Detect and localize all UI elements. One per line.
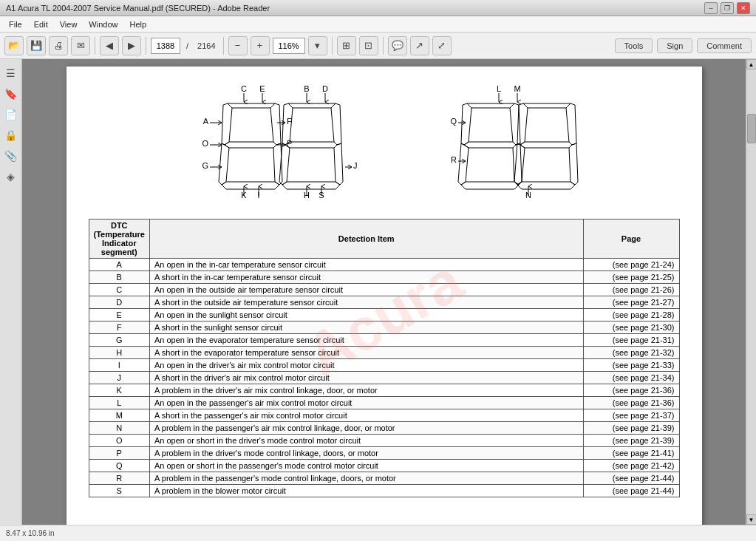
dtc-cell: F xyxy=(89,321,149,334)
detection-cell: An open in the sunlight sensor circuit xyxy=(149,309,583,321)
fullscreen-button[interactable]: ⤢ xyxy=(432,36,452,55)
table-body: AAn open in the in-car temperature senso… xyxy=(89,259,679,497)
menu-help[interactable]: Help xyxy=(123,18,152,30)
zoom-in-button[interactable]: + xyxy=(251,36,270,55)
table-row: QAn open or short in the passenger's mod… xyxy=(89,460,679,472)
col-header-dtc: DTC (Temperature Indicator segment) xyxy=(89,220,149,259)
dtc-cell: J xyxy=(89,372,149,384)
share-button[interactable]: ↗ xyxy=(410,36,429,55)
separator-4 xyxy=(332,37,333,55)
svg-marker-30 xyxy=(270,103,281,145)
separator-5 xyxy=(383,37,384,55)
sidebar-bookmark-icon[interactable]: 🔖 xyxy=(3,86,19,102)
sidebar-pages-icon[interactable]: 📄 xyxy=(3,106,19,123)
page-cell: (see page 21-44) xyxy=(583,485,679,497)
page-cell: (see page 21-44) xyxy=(583,472,679,485)
print-button[interactable]: 🖨 xyxy=(49,36,68,55)
svg-text:B: B xyxy=(304,84,309,93)
svg-marker-40 xyxy=(334,143,343,185)
dtc-cell: S xyxy=(89,485,149,497)
comment-button[interactable]: Comment xyxy=(697,38,752,53)
page-cell: (see page 21-42) xyxy=(583,460,679,472)
svg-text:O: O xyxy=(202,139,208,148)
content-area[interactable]: Acura C E B D A xyxy=(22,59,746,525)
svg-marker-32 xyxy=(219,143,229,185)
dtc-cell: A xyxy=(89,259,149,271)
detection-cell: An open in the driver's air mix control … xyxy=(149,359,583,372)
svg-text:M: M xyxy=(514,84,520,93)
svg-marker-29 xyxy=(222,103,232,145)
sign-button[interactable]: Sign xyxy=(657,38,692,53)
svg-text:R: R xyxy=(451,155,457,164)
svg-text:C: C xyxy=(241,84,247,93)
svg-marker-57 xyxy=(513,143,522,185)
page-cell: (see page 21-25) xyxy=(583,271,679,284)
detection-cell: An open or short in the driver's mode co… xyxy=(149,435,583,447)
svg-marker-41 xyxy=(282,182,340,189)
table-row: EAn open in the sunlight sensor circuit(… xyxy=(89,309,679,321)
dtc-cell: E xyxy=(89,309,149,321)
page-cell: (see page 21-37) xyxy=(583,409,679,422)
scroll-thumb[interactable] xyxy=(747,114,756,143)
close-button[interactable]: ✕ xyxy=(737,2,750,14)
separator-2 xyxy=(146,37,146,55)
table-row: CAn open in the outside air temperature … xyxy=(89,284,679,296)
zoom-dropdown-button[interactable]: ▾ xyxy=(308,36,327,55)
detection-cell: A problem in the blower motor circuit xyxy=(149,485,583,497)
page-cell: (see page 21-36) xyxy=(583,384,679,397)
table-row: OAn open or short in the driver's mode c… xyxy=(89,435,679,447)
scroll-down-button[interactable]: ▼ xyxy=(746,514,757,525)
sidebar-navigation-icon[interactable]: ☰ xyxy=(3,65,19,81)
tools-button[interactable]: Tools xyxy=(615,38,653,53)
fit-width-button[interactable]: ⊡ xyxy=(359,36,378,55)
menu-file[interactable]: File xyxy=(3,18,28,30)
dtc-cell: I xyxy=(89,359,149,372)
table-row: KA problem in the driver's air mix contr… xyxy=(89,384,679,397)
sidebar-paperclip-icon[interactable]: 📎 xyxy=(3,148,19,164)
email-button[interactable]: ✉ xyxy=(71,36,90,55)
dtc-cell: K xyxy=(89,384,149,397)
table-row: GAn open in the evaporator temperature s… xyxy=(89,334,679,347)
svg-text:E: E xyxy=(259,84,265,93)
page-cell: (see page 21-30) xyxy=(583,321,679,334)
sidebar-layers-icon[interactable]: ◈ xyxy=(3,169,19,185)
fit-page-button[interactable]: ⊞ xyxy=(337,36,356,55)
scroll-up-button[interactable]: ▲ xyxy=(746,59,757,69)
detection-cell: A problem in the passenger's mode contro… xyxy=(149,472,583,485)
menu-edit[interactable]: Edit xyxy=(28,18,54,30)
scrollbar: ▲ ▼ xyxy=(746,59,756,525)
dtc-cell: O xyxy=(89,435,149,447)
dtc-cell: L xyxy=(89,397,149,409)
dtc-cell: M xyxy=(89,409,149,422)
prev-page-button[interactable]: ◀ xyxy=(100,36,119,55)
svg-text:L: L xyxy=(496,84,500,93)
page-separator: / xyxy=(186,41,188,50)
minimize-button[interactable]: – xyxy=(704,2,718,14)
page-cell: (see page 21-39) xyxy=(583,422,679,435)
dtc-cell: C xyxy=(89,284,149,296)
page-cell: (see page 21-33) xyxy=(583,359,679,372)
next-page-button[interactable]: ▶ xyxy=(122,36,141,55)
save-button[interactable]: 💾 xyxy=(27,36,46,55)
scroll-track[interactable] xyxy=(746,69,756,514)
zoom-out-button[interactable]: − xyxy=(228,36,248,55)
window-controls: – ❐ ✕ xyxy=(704,2,750,14)
restore-button[interactable]: ❐ xyxy=(721,2,734,14)
dtc-cell: H xyxy=(89,347,149,359)
table-row: IAn open in the driver's air mix control… xyxy=(89,359,679,372)
menu-view[interactable]: View xyxy=(54,18,84,30)
page-cell: (see page 21-39) xyxy=(583,435,679,447)
comment-bubble-button[interactable]: 💬 xyxy=(388,36,407,55)
sidebar-lock-icon[interactable]: 🔒 xyxy=(3,127,19,143)
detection-cell: A short in the sunlight sensor circuit xyxy=(149,321,583,334)
svg-marker-38 xyxy=(285,142,337,148)
menu-bar: File Edit View Window Help xyxy=(0,16,756,33)
page-input[interactable] xyxy=(151,38,180,54)
dtc-cell: N xyxy=(89,422,149,435)
table-row: BA short in the in-car temperature senso… xyxy=(89,271,679,284)
open-button[interactable]: 📂 xyxy=(4,36,24,55)
page-cell: (see page 21-36) xyxy=(583,397,679,409)
zoom-input[interactable] xyxy=(273,38,305,54)
table-row: DA short in the outside air temperature … xyxy=(89,296,679,309)
menu-window[interactable]: Window xyxy=(83,18,123,30)
